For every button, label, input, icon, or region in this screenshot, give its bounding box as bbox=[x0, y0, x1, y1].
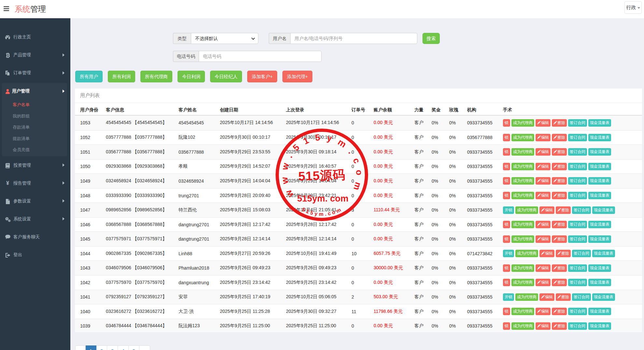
svg-text:515ym. com: 515ym. com bbox=[297, 193, 348, 203]
svg-text:515源码: 515源码 bbox=[298, 168, 346, 183]
